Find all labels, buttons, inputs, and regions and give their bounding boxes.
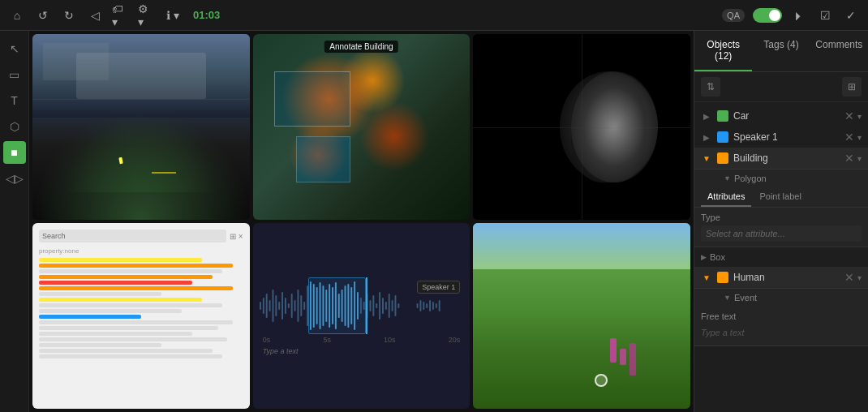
object-row-building[interactable]: ▼ Building ✕ ▾: [694, 148, 868, 169]
text-line-1: [39, 258, 202, 262]
text-line-16: [39, 343, 161, 347]
speaker-badge: Speaker 1: [417, 281, 460, 294]
svg-rect-36: [372, 295, 374, 316]
text-line-8: [39, 298, 202, 302]
speaker1-actions: ✕ ▾: [844, 131, 862, 144]
text-line-9: [39, 303, 222, 307]
tune-icon[interactable]: ⚙ ▾: [138, 6, 156, 24]
type-section: Type Select an attribute...: [694, 208, 868, 247]
redo-icon[interactable]: ↻: [60, 6, 78, 24]
media-card-text[interactable]: Search ⊞ × property:none: [32, 223, 250, 409]
human-expand-icon[interactable]: ▼: [701, 272, 712, 283]
car-chevron-icon[interactable]: ▾: [857, 112, 862, 121]
annotate-label: Annotate Building: [324, 41, 397, 53]
human-actions: ✕ ▾: [844, 271, 862, 284]
text-line-14: [39, 332, 192, 336]
object-row-speaker1[interactable]: ▶ Speaker 1 ✕ ▾: [694, 127, 868, 148]
sidebar-text-btn[interactable]: T: [3, 89, 26, 112]
human-color: [717, 272, 728, 283]
media-card-nature[interactable]: [473, 223, 690, 409]
speaker1-remove-btn[interactable]: ✕: [844, 131, 854, 144]
home-icon[interactable]: ⌂: [8, 6, 26, 24]
text-line-11: [39, 315, 141, 319]
filter-options-btn[interactable]: ⊞: [842, 77, 862, 97]
event-expand-icon[interactable]: ▼: [724, 294, 731, 302]
filter-sort-btn[interactable]: ⇅: [701, 77, 720, 97]
speaker1-color: [717, 131, 728, 143]
sidebar-cursor-btn[interactable]: ↖: [3, 37, 26, 60]
sidebar-arrow-btn[interactable]: ◁▷: [3, 167, 26, 190]
sub-tab-attributes[interactable]: Attributes: [701, 187, 751, 207]
svg-rect-48: [426, 303, 428, 308]
svg-rect-39: [382, 298, 384, 314]
human-remove-btn[interactable]: ✕: [844, 271, 854, 284]
media-card-street[interactable]: [32, 34, 250, 220]
tab-objects[interactable]: Objects (12): [694, 31, 752, 71]
main-layout: ↖ ▭ T ⬡ ■ ◁▷ Annotate B: [0, 31, 868, 412]
svg-rect-7: [281, 292, 283, 320]
box-expand-icon[interactable]: ▶: [701, 253, 707, 261]
pink-objects: [610, 338, 636, 376]
svg-rect-52: [438, 300, 440, 311]
box-section: ▶ Box: [694, 247, 868, 267]
building-expand-icon[interactable]: ▼: [701, 152, 712, 164]
media-card-aerial[interactable]: Annotate Building: [253, 34, 471, 220]
human-chevron-icon[interactable]: ▾: [857, 273, 862, 282]
svg-rect-8: [285, 298, 286, 314]
car-actions: ✕ ▾: [844, 109, 862, 122]
media-grid: Annotate Building Search ⊞ × property:no…: [29, 31, 694, 412]
undo-icon[interactable]: ↺: [34, 6, 52, 24]
media-card-scan[interactable]: [473, 34, 690, 220]
svg-rect-10: [290, 294, 292, 318]
sub-tab-point-label[interactable]: Point label: [753, 187, 807, 207]
speaker1-expand-icon[interactable]: ▶: [701, 131, 712, 143]
waveform-selection: [308, 277, 365, 334]
building-color: [717, 152, 728, 164]
qa-toggle[interactable]: [753, 8, 782, 23]
free-text-input[interactable]: Type a text: [701, 324, 862, 341]
text-line-6: [39, 286, 233, 290]
text-line-12: [39, 320, 233, 324]
type-select[interactable]: Select an attribute...: [701, 225, 862, 242]
car-expand-icon[interactable]: ▶: [701, 110, 712, 122]
sidebar-box-btn[interactable]: ▭: [3, 63, 26, 86]
svg-rect-37: [376, 303, 377, 308]
building-remove-btn[interactable]: ✕: [844, 152, 854, 165]
svg-rect-1: [263, 298, 264, 314]
sidebar-rectangle-btn[interactable]: ■: [3, 141, 26, 164]
svg-rect-0: [260, 302, 261, 310]
svg-rect-41: [388, 294, 389, 318]
check-icon-1[interactable]: ☑: [816, 6, 834, 24]
info-icon[interactable]: ℹ ▾: [164, 6, 182, 24]
media-card-audio[interactable]: Speaker 1 0s 5s 10s 20s Type a text: [253, 223, 471, 409]
tab-comments[interactable]: Comments: [810, 31, 868, 71]
object-row-human[interactable]: ▼ Human ✕ ▾: [694, 267, 868, 288]
svg-rect-51: [435, 303, 436, 308]
timeline-20: 20s: [449, 336, 461, 344]
play-icon[interactable]: ⏵: [790, 6, 808, 24]
back-icon[interactable]: ◁: [86, 6, 104, 24]
text-line-17: [39, 349, 213, 353]
svg-rect-46: [419, 300, 421, 311]
object-row-car[interactable]: ▶ Car ✕ ▾: [694, 105, 868, 127]
sidebar-polygon-btn[interactable]: ⬡: [3, 115, 26, 138]
svg-rect-35: [369, 300, 371, 311]
tag-icon[interactable]: 🏷 ▾: [112, 6, 130, 24]
svg-rect-50: [432, 302, 434, 310]
text-line-5: [39, 281, 192, 285]
speaker1-label: Speaker 1: [733, 131, 840, 143]
speaker1-chevron-icon[interactable]: ▾: [857, 133, 862, 142]
timer-display: 01:03: [193, 9, 220, 21]
toolbar-right: QA ⏵ ☑ ✓: [722, 6, 860, 24]
tab-tags[interactable]: Tags (4): [752, 31, 810, 71]
building-label: Building: [733, 152, 840, 164]
audio-timeline: 0s 5s 10s 20s: [260, 336, 464, 344]
text-line-13: [39, 326, 218, 330]
text-line-2: [39, 264, 233, 268]
human-label: Human: [733, 272, 840, 283]
car-remove-btn[interactable]: ✕: [844, 109, 854, 122]
check-icon-2[interactable]: ✓: [842, 6, 860, 24]
building-chevron-icon[interactable]: ▾: [857, 154, 862, 163]
polygon-section: ▼ Polygon: [694, 170, 868, 187]
polygon-expand-icon[interactable]: ▼: [724, 174, 731, 182]
